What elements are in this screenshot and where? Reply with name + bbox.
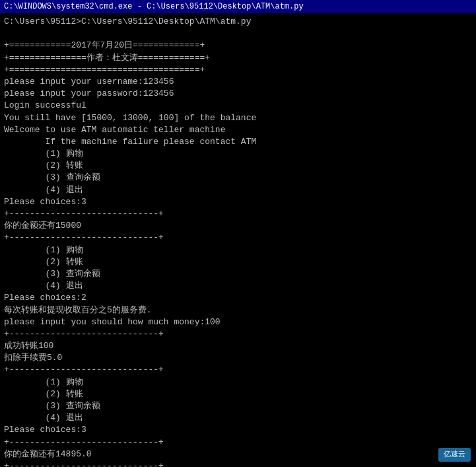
terminal-line: (1) 购物	[4, 149, 83, 159]
terminal[interactable]: C:\Users\95112>C:\Users\95112\Desktop\AT…	[0, 13, 476, 467]
terminal-line: please input your password:123456	[4, 89, 174, 98]
terminal-line: Please choices:3	[4, 425, 86, 435]
title-bar: C:\WINDOWS\system32\cmd.exe - C:\Users\9…	[0, 0, 476, 13]
terminal-line: +-----------------------------+	[4, 233, 164, 242]
terminal-line: (2) 转账	[4, 257, 83, 267]
terminal-line: (2) 转账	[4, 161, 83, 170]
terminal-line: (1) 购物	[4, 377, 83, 387]
terminal-line: +============2017年7月20日=============+	[4, 40, 205, 50]
terminal-line: 你的金额还有15000	[4, 221, 81, 231]
terminal-line: (3) 查询余额	[4, 269, 100, 279]
terminal-line: +=====================================+	[4, 65, 205, 75]
terminal-line: 每次转账和提现收取百分之5的服务费.	[4, 305, 152, 315]
terminal-line: +-----------------------------+	[4, 365, 164, 375]
terminal-line: (4) 退出	[4, 413, 83, 423]
terminal-line: please input you should how much money:1…	[4, 317, 221, 327]
terminal-line: +-----------------------------+	[4, 329, 164, 339]
terminal-line: (3) 查询余额	[4, 401, 100, 411]
terminal-line: 扣除手续费5.0	[4, 353, 62, 363]
terminal-line: Please choices:2	[4, 293, 86, 303]
terminal-line: +-----------------------------+	[4, 461, 164, 467]
terminal-line: 成功转账100	[4, 341, 53, 351]
terminal-line: Please choices:3	[4, 197, 86, 207]
terminal-line: +-----------------------------+	[4, 209, 164, 219]
terminal-line: You still have [15000, 13000, 100] of th…	[4, 113, 256, 123]
terminal-line: 你的金额还有14895.0	[4, 449, 92, 459]
watermark: 亿速云	[438, 448, 471, 462]
title-bar-label: C:\WINDOWS\system32\cmd.exe - C:\Users\9…	[4, 2, 304, 11]
terminal-line: (4) 退出	[4, 185, 83, 195]
terminal-line: +===============作者：杜文涛=============+	[4, 53, 210, 63]
terminal-line: Welcome to use ATM automatic teller mach…	[4, 125, 225, 135]
terminal-line: (2) 转账	[4, 389, 83, 399]
terminal-line: (1) 购物	[4, 245, 83, 255]
terminal-line: If the machine failure please contact AT…	[4, 137, 256, 147]
terminal-line: +-----------------------------+	[4, 437, 164, 447]
terminal-line: C:\Users\95112>C:\Users\95112\Desktop\AT…	[4, 17, 251, 26]
terminal-line: (3) 查询余额	[4, 172, 100, 182]
terminal-line: (4) 退出	[4, 281, 83, 291]
terminal-line: Login successful	[4, 100, 86, 110]
terminal-line: please input your username:123456	[4, 77, 174, 87]
